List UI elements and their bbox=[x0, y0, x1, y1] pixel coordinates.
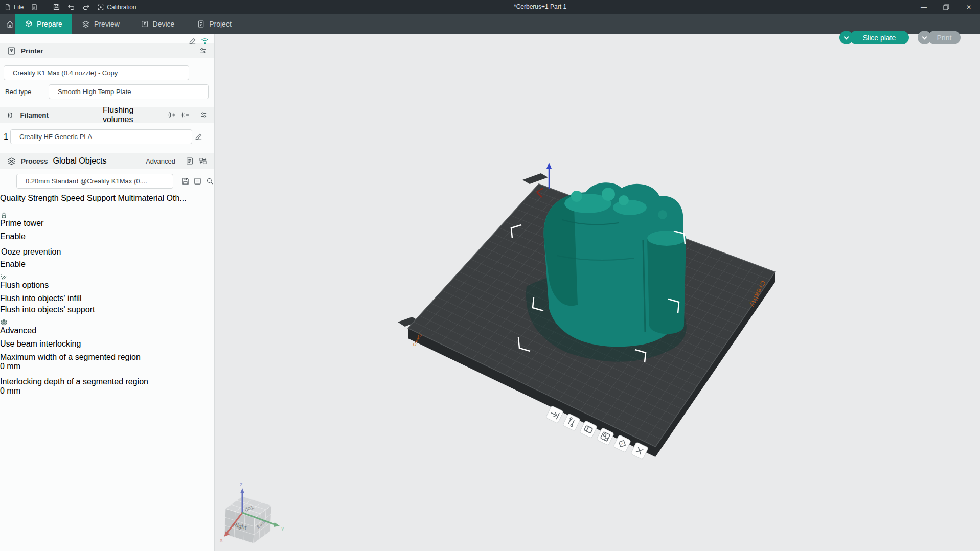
interlocking-depth-label: Interlocking depth of a segmented region bbox=[0, 377, 148, 386]
save-preset-icon[interactable] bbox=[181, 177, 190, 186]
printer-settings-icon[interactable] bbox=[199, 47, 207, 55]
remove-filament-icon[interactable] bbox=[181, 110, 189, 120]
calibration-menu[interactable]: Calibration bbox=[97, 4, 136, 11]
interlocking-depth-input[interactable]: 0 mm bbox=[0, 386, 214, 396]
flushing-volumes-label: Flushing volumes bbox=[103, 106, 133, 124]
bed-type-select[interactable]: Smooth High Temp Plate bbox=[49, 84, 209, 99]
flush-infill-label: Flush into objects' infill bbox=[0, 294, 82, 303]
ooze-prevention-title: Ooze prevention bbox=[1, 247, 61, 256]
advanced-settings-header: Advanced bbox=[0, 318, 214, 335]
navigation-cube[interactable]: Top Right Back x y z bbox=[220, 481, 284, 543]
restore-icon bbox=[943, 4, 949, 10]
slice-plate-label: Slice plate bbox=[863, 34, 896, 42]
wifi-icon[interactable] bbox=[200, 37, 209, 45]
tab-project[interactable]: Project bbox=[194, 14, 234, 34]
prepare-icon bbox=[25, 20, 33, 28]
filament-slot-badge: 1 bbox=[4, 132, 8, 142]
interlocking-depth-value: 0 bbox=[0, 386, 5, 395]
flush-options-header: Flush options bbox=[0, 273, 214, 290]
redo-icon[interactable] bbox=[82, 3, 90, 11]
add-filament-icon[interactable] bbox=[168, 110, 176, 120]
project-icon bbox=[197, 20, 205, 28]
titlebar-separator bbox=[45, 4, 45, 11]
tab-device-label: Device bbox=[153, 20, 175, 28]
remove-preset-icon[interactable] bbox=[193, 177, 202, 186]
process-tabs: Quality Strength Speed Support Multimate… bbox=[0, 194, 214, 203]
param-table-icon[interactable] bbox=[186, 157, 194, 165]
main-navbar: Prepare Preview Device Project Slice pla… bbox=[0, 14, 980, 34]
slice-plate-button[interactable]: Slice plate bbox=[850, 31, 909, 44]
printer-section-header: Printer bbox=[0, 43, 214, 58]
print-button[interactable]: Print bbox=[928, 31, 961, 44]
file-menu[interactable]: File bbox=[4, 4, 24, 11]
process-scope-toggle[interactable]: Global Objects bbox=[53, 156, 107, 166]
prime-tower-header: Prime tower bbox=[0, 211, 214, 228]
prime-tower-title: Prime tower bbox=[0, 219, 43, 227]
model-cerberus-part[interactable] bbox=[543, 182, 686, 347]
compare-preset-icon[interactable] bbox=[199, 157, 207, 165]
process-preset-select[interactable]: 0.20mm Standard @Creality K1Max (0.... bbox=[16, 174, 173, 189]
device-icon bbox=[141, 20, 149, 28]
printer-select[interactable]: Creality K1 Max (0.4 nozzle) - Copy bbox=[4, 65, 189, 80]
minimize-button[interactable]: — bbox=[913, 0, 935, 14]
max-width-input[interactable]: 0 mm bbox=[0, 362, 214, 371]
tab-support[interactable]: Support bbox=[87, 194, 116, 202]
max-width-label: Maximum width of a segmented region bbox=[0, 353, 141, 361]
close-button[interactable]: ✕ bbox=[958, 0, 980, 14]
printer-name: Creality K1 Max (0.4 nozzle) - Copy bbox=[13, 69, 118, 77]
scope-objects[interactable]: Objects bbox=[79, 156, 106, 165]
tab-project-label: Project bbox=[209, 20, 232, 28]
process-icon bbox=[7, 157, 16, 166]
tab-multimaterial[interactable]: Multimaterial bbox=[118, 194, 164, 202]
notes-icon[interactable] bbox=[31, 4, 38, 11]
preview-icon bbox=[82, 20, 90, 28]
tab-device[interactable]: Device bbox=[138, 14, 177, 34]
flush-options-title: Flush options bbox=[0, 281, 49, 289]
axis-z-label: z bbox=[240, 481, 243, 487]
save-icon[interactable] bbox=[53, 3, 60, 11]
tab-prepare-label: Prepare bbox=[37, 20, 62, 28]
sidebar: Printer Creality K1 Max (0.4 nozzle) - C… bbox=[0, 34, 215, 551]
printer-icon bbox=[7, 47, 16, 55]
search-preset-icon[interactable] bbox=[206, 177, 214, 186]
tab-prepare[interactable]: Prepare bbox=[15, 14, 72, 34]
axis-y-label: y bbox=[281, 525, 284, 531]
ooze-prevention-header: Ooze prevention bbox=[0, 247, 214, 257]
file-icon bbox=[4, 4, 11, 11]
undo-icon[interactable] bbox=[67, 3, 75, 11]
window-title: *Cerberus+1 Part 1 bbox=[514, 3, 566, 10]
advanced-settings-title: Advanced bbox=[0, 326, 36, 335]
prime-tower-enable-label: Enable bbox=[0, 232, 26, 241]
process-section-header: Process Global Objects Advanced bbox=[0, 153, 214, 169]
process-section-title: Process bbox=[21, 157, 48, 165]
max-width-value: 0 bbox=[0, 362, 5, 371]
titlebar: File Calibration *Cerberus+1 Part 1 — ✕ bbox=[0, 0, 980, 14]
scope-global[interactable]: Global bbox=[53, 156, 77, 165]
tab-quality[interactable]: Quality bbox=[0, 194, 26, 202]
filament-name: Creality HF Generic PLA bbox=[19, 133, 92, 141]
tab-strength[interactable]: Strength bbox=[28, 194, 58, 202]
filament-icon bbox=[7, 111, 15, 120]
advanced-settings-icon bbox=[0, 318, 8, 326]
flushing-volumes-button[interactable]: Flushing volumes bbox=[103, 106, 161, 124]
edit-printer-icon[interactable] bbox=[188, 37, 197, 45]
filament-settings-icon[interactable] bbox=[200, 111, 208, 119]
restore-button[interactable] bbox=[935, 0, 958, 14]
tab-preview[interactable]: Preview bbox=[79, 14, 122, 34]
tab-preview-label: Preview bbox=[94, 20, 120, 28]
tab-others[interactable]: Oth... bbox=[167, 194, 187, 202]
process-preset-value: 0.20mm Standard @Creality K1Max (0.... bbox=[26, 177, 147, 185]
filament-section-title: Filament bbox=[20, 111, 49, 119]
tab-speed[interactable]: Speed bbox=[61, 194, 84, 202]
advanced-label: Advanced bbox=[146, 157, 175, 165]
calibration-menu-label: Calibration bbox=[107, 4, 136, 11]
bed-type-label: Bed type bbox=[5, 88, 49, 96]
creality-print-window: { "titlebar": { "file": "File", "calibra… bbox=[0, 0, 980, 551]
print-button-label: Print bbox=[937, 34, 952, 42]
interlocking-depth-unit: mm bbox=[7, 386, 20, 395]
calibration-icon bbox=[97, 4, 104, 11]
filament-select[interactable]: Creality HF Generic PLA bbox=[10, 129, 192, 144]
filament-section-header: Filament Flushing volumes bbox=[0, 107, 214, 123]
beam-interlocking-label: Use beam interlocking bbox=[0, 339, 81, 348]
edit-filament-icon[interactable] bbox=[194, 132, 203, 141]
